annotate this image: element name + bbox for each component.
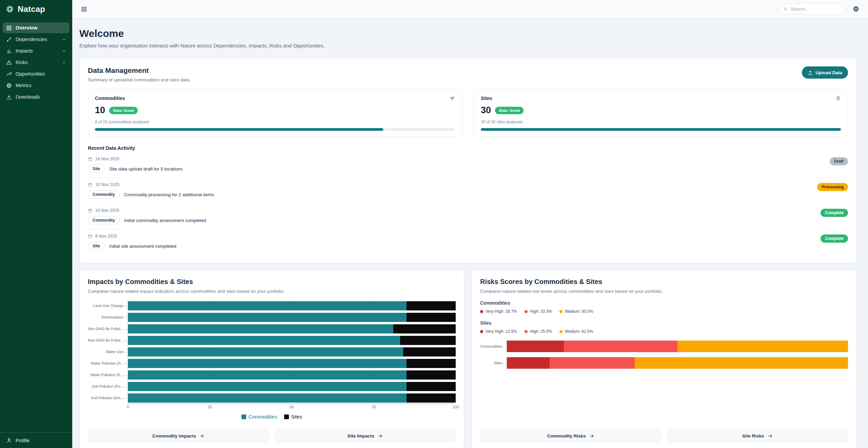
bar-segment-sites [407, 393, 456, 403]
arrow-right-icon [589, 433, 594, 439]
sidebar-item-label: Opportunities [16, 71, 45, 77]
risk-level-dot [559, 310, 563, 313]
impacts-category-label: Non-GHG Air Pollut... [88, 338, 128, 342]
bar-segment-high [550, 357, 635, 369]
language-globe-icon[interactable] [853, 6, 859, 12]
bar-segment-high [564, 341, 677, 352]
activity-date-text: 16 Nov 2025 [95, 157, 119, 161]
activity-description: Site data upload draft for 5 locations [109, 166, 182, 171]
impacts-bar-row: Land-Use Change [88, 300, 456, 311]
impacts-bar-chart: Land-Use ChangeDeforestationNon-GHG Air … [88, 300, 456, 410]
risk-group-label: Commodities [480, 300, 848, 306]
activity-description: Initial site assessment completed [109, 244, 176, 249]
impacts-category-label: Land-Use Change [88, 304, 128, 308]
site-risks-label: Site Risks [742, 433, 764, 439]
commodity-risks-button[interactable]: Commodity Risks [480, 429, 662, 443]
data-management-title: Data Management [88, 66, 191, 75]
bar-segment-sites [407, 370, 456, 380]
risk-level-dot [480, 330, 483, 333]
natcap-logo-icon [5, 5, 14, 14]
activity-status-badge: Processing [817, 183, 848, 191]
risk-legend-item: Medium: 62.5% [559, 329, 593, 334]
bar-segment-sites [407, 301, 456, 310]
calendar-icon [88, 157, 93, 161]
sidebar-item-impacts[interactable]: Impacts [3, 45, 70, 56]
risks-bar-chart: CommoditiesSites [480, 341, 848, 374]
bar-segment-commodities [128, 336, 400, 345]
risks-chart-title: Risks Scores by Commodities & Sites [480, 278, 848, 286]
legend-swatch [241, 414, 246, 419]
x-axis-tick: 25 [208, 405, 212, 409]
commodity-impacts-button[interactable]: Commodity Impacts [88, 429, 269, 443]
impacts-bar-row: Non-GHG Air Pollut... [88, 334, 456, 346]
sites-data-quality-badge: Data: Good [495, 107, 524, 114]
risk-legend-item: High: 25.0% [525, 329, 552, 334]
risk-legend-text: High: 33.3% [530, 309, 552, 314]
x-axis-tick: 0 [127, 405, 129, 409]
brand: Natcap [0, 0, 72, 18]
risk-legend: Very High: 16.7%High: 33.3%Medium: 50.0% [480, 309, 848, 314]
bar-segment-sites [407, 359, 456, 368]
activity-date-text: 10 Nov 2025 [95, 208, 119, 213]
impacts-bar-row: Water Pollution (P... [88, 358, 456, 369]
impacts-bar-row: Deforestation [88, 311, 456, 323]
sidebar-item-overview[interactable]: Overview [3, 22, 70, 33]
bar-segment-sites [393, 324, 456, 333]
sites-progress-fill [481, 128, 841, 131]
content: Welcome Explore how your organisation in… [72, 18, 868, 448]
legend-item-commodities[interactable]: Commodities [241, 414, 277, 420]
impacts-category-label: Water Pollution (P... [88, 361, 128, 365]
activity-type-tag: Site [88, 165, 105, 173]
activity-date: 15 Nov 2025 [88, 182, 817, 187]
sidebar-item-profile[interactable]: Profile [0, 432, 72, 448]
recent-activity-title: Recent Data Activity [88, 145, 848, 151]
bar-segment-very-high [507, 341, 564, 352]
arrow-right-icon [768, 433, 773, 439]
risks-bar-row: Commodities [480, 341, 848, 352]
upload-data-label: Upload Data [815, 70, 842, 75]
search-input[interactable] [791, 6, 841, 12]
bar-segment-commodities [128, 313, 407, 322]
page-title: Welcome [79, 28, 856, 39]
risk-legend-text: Very High: 12.5% [486, 329, 517, 334]
main-area: Welcome Explore how your organisation in… [72, 0, 868, 448]
legend-label: Commodities [249, 414, 277, 420]
commodities-stat-title: Commodities [95, 96, 125, 101]
sidebar-item-downloads[interactable]: Downloads [3, 91, 70, 102]
impacts-bar-row: Non-GHG Air Pollut... [88, 323, 456, 334]
legend-swatch [284, 414, 289, 419]
x-axis-tick: 100 [452, 405, 459, 409]
bar-segment-commodities [128, 393, 407, 403]
sidebar-toggle-grid-icon[interactable] [81, 6, 87, 12]
site-impacts-button[interactable]: Site Impacts [275, 429, 456, 443]
sidebar-item-label: Downloads [16, 94, 40, 100]
sidebar-item-risks[interactable]: Risks [3, 57, 70, 68]
download-icon [6, 94, 12, 100]
activity-date: 16 Nov 2025 [88, 157, 830, 161]
commodities-count: 10 [95, 105, 105, 116]
impacts-bar-row: Soil Pollution (Em... [88, 392, 456, 404]
upload-data-button[interactable]: Upload Data [802, 66, 848, 79]
x-axis-tick: 75 [372, 405, 376, 409]
activity-row-body: 15 Nov 2025CommodityCommodity processing… [88, 182, 817, 199]
bar-segment-commodities [128, 370, 407, 380]
sidebar-item-label: Overview [16, 25, 38, 30]
site-risks-button[interactable]: Site Risks [667, 429, 848, 443]
activity-row-body: 16 Nov 2025SiteSite data upload draft fo… [88, 157, 830, 173]
chevron-down-icon [62, 37, 66, 42]
arrow-right-icon [378, 433, 383, 439]
impacts-chart-card: Impacts by Commodities & Sites Compares … [79, 270, 464, 448]
globe-icon [6, 83, 12, 88]
bar-segment-commodities [128, 324, 393, 333]
commodity-impacts-label: Commodity Impacts [152, 433, 196, 439]
sidebar-item-dependencies[interactable]: Dependencies [3, 34, 70, 45]
x-axis-tick: 50 [290, 405, 294, 409]
legend-item-sites[interactable]: Sites [284, 414, 302, 420]
activity-description: Commodity processing for 2 additional it… [124, 192, 214, 197]
risks-chart-card: Risks Scores by Commodities & Sites Comp… [472, 270, 856, 448]
sidebar-item-label: Impacts [16, 48, 33, 54]
risk-level-dot [480, 310, 483, 313]
sidebar: Natcap OverviewDependenciesImpactsRisksO… [0, 0, 72, 448]
sidebar-item-metrics[interactable]: Metrics [3, 80, 70, 91]
sidebar-item-opportunities[interactable]: Opportunities [3, 68, 70, 79]
